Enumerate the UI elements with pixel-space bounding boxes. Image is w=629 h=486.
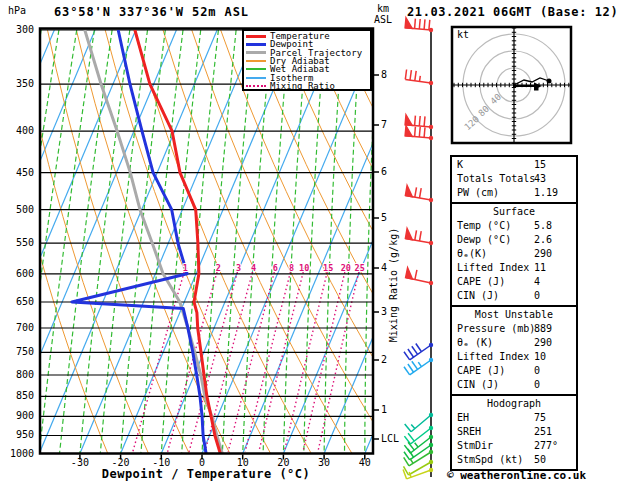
- stats-table-section: SurfaceTemp (°C)5.8Dewp (°C)2.6θₑ(K)290L…: [450, 202, 578, 307]
- stat-value: 5.8: [534, 219, 552, 233]
- stat-label: StmDir: [457, 439, 576, 453]
- pressure-tick-label: 600: [4, 268, 34, 279]
- legend-swatch: [246, 77, 266, 79]
- legend: TemperatureDewpointParcel TrajectoryDry …: [242, 29, 372, 91]
- altitude-tick-label: 4: [381, 262, 411, 273]
- table-row: K15: [452, 158, 576, 172]
- stat-value: 290: [534, 336, 552, 350]
- table-row: Pressure (mb)889: [452, 322, 576, 336]
- stat-value: 15: [534, 158, 546, 172]
- stats-section-title: Surface: [452, 205, 576, 219]
- wind-barb: [405, 18, 433, 32]
- stat-label: Temp (°C): [457, 219, 576, 233]
- stat-label: K: [457, 158, 576, 172]
- stat-label: StmSpd (kt): [457, 453, 576, 467]
- mixing-ratio-value-label: 3: [236, 263, 241, 273]
- table-row: θₑ(K)290: [452, 247, 576, 261]
- mixing-ratio-value-label: 15: [323, 263, 333, 273]
- table-row: StmSpd (kt)50: [452, 453, 576, 467]
- stats-table-section: K15Totals Totals43PW (cm)1.19: [450, 155, 578, 204]
- table-row: EH75: [452, 411, 576, 425]
- legend-item: Mixing Ratio: [244, 82, 370, 90]
- stat-label: EH: [457, 411, 576, 425]
- wind-barb: [405, 229, 433, 246]
- legend-swatch: [246, 35, 266, 38]
- wind-barb: [404, 460, 434, 475]
- x-axis-title: Dewpoint / Temperature (°C): [102, 467, 311, 481]
- stat-value: 277°: [534, 439, 558, 453]
- x-tick-label: 10: [223, 457, 263, 468]
- pressure-tick-label: 550: [4, 237, 34, 248]
- stat-label: θₑ(K): [457, 247, 576, 261]
- altitude-tick-label: 5: [381, 212, 411, 223]
- pressure-tick-label: 650: [4, 296, 34, 307]
- mixing-ratio-value-label: 10: [299, 263, 309, 273]
- stat-value: 10: [534, 350, 546, 364]
- table-row: CIN (J)0: [452, 378, 576, 392]
- stat-value: 0: [534, 364, 540, 378]
- pressure-tick-label: 950: [4, 429, 34, 440]
- stat-value: 290: [534, 247, 552, 261]
- mixing-ratio-value-label: 6: [273, 263, 278, 273]
- stat-value: 0: [534, 378, 540, 392]
- x-tick-label: 30: [304, 457, 344, 468]
- stat-value: 4: [534, 275, 540, 289]
- stat-label: SREH: [457, 425, 576, 439]
- pressure-tick-label: 850: [4, 390, 34, 401]
- hodograph-ring-label: 120: [462, 114, 481, 132]
- legend-swatch: [246, 51, 266, 54]
- x-tick-label: 20: [263, 457, 303, 468]
- pressure-tick-label: 450: [4, 167, 34, 178]
- hodograph-ring-label: 80: [476, 104, 491, 119]
- stat-value: 75: [534, 411, 546, 425]
- legend-swatch: [246, 85, 266, 87]
- table-row: CAPE (J)0: [452, 364, 576, 378]
- altitude-axis-unit-label: km ASL: [374, 3, 392, 25]
- pressure-tick-label: 800: [4, 369, 34, 380]
- pressure-tick-label: 300: [4, 24, 34, 35]
- altitude-tick-label: 2: [381, 354, 411, 365]
- pressure-tick-label: 900: [4, 410, 34, 421]
- stat-label: CAPE (J): [457, 364, 576, 378]
- stats-table-section: HodographEH75SREH251StmDir277°StmSpd (kt…: [450, 394, 578, 471]
- altitude-tick-label: 6: [381, 166, 411, 177]
- stat-label: PW (cm): [457, 186, 576, 200]
- stat-label: Totals Totals: [457, 172, 576, 186]
- skewt-sounding-figure: 123468101520254080120 63°58'N 337°36'W 5…: [0, 0, 629, 486]
- table-row: CIN (J)0: [452, 289, 576, 303]
- pressure-axis-unit-label: hPa: [8, 5, 26, 16]
- mixing-ratio-axis-title: Mixing Ratio (g/kg): [388, 228, 399, 342]
- pressure-tick-label: 1000: [4, 448, 34, 459]
- stat-label: Lifted Index: [457, 261, 576, 275]
- mixing-ratio-value-label: 25: [355, 263, 365, 273]
- legend-swatch: [246, 43, 266, 46]
- stat-value: 251: [534, 425, 552, 439]
- table-row: Lifted Index10: [452, 350, 576, 364]
- mixing-ratio-value-label: 8: [289, 263, 294, 273]
- pressure-tick-label: 500: [4, 204, 34, 215]
- hodograph: 4080120: [452, 27, 571, 143]
- table-row: Dewp (°C)2.6: [452, 233, 576, 247]
- altitude-tick-label: 1: [381, 404, 411, 415]
- altitude-tick-label: 7: [381, 119, 411, 130]
- table-row: Temp (°C)5.8: [452, 219, 576, 233]
- stat-label: Dewp (°C): [457, 233, 576, 247]
- stat-label: CIN (J): [457, 378, 576, 392]
- stat-label: Lifted Index: [457, 350, 576, 364]
- pressure-tick-label: 750: [4, 346, 34, 357]
- altitude-tick-label: 8: [381, 69, 411, 80]
- stat-value: 11: [534, 261, 546, 275]
- legend-item-label: Mixing Ratio: [270, 82, 335, 90]
- pressure-tick-label: 350: [4, 78, 34, 89]
- table-row: Lifted Index11: [452, 261, 576, 275]
- mixing-ratio-value-label: 2: [216, 263, 221, 273]
- pressure-tick-label: 700: [4, 322, 34, 333]
- mixing-ratio-value-label: 4: [251, 263, 256, 273]
- table-row: StmDir277°: [452, 439, 576, 453]
- altitude-tick-label: 3: [381, 306, 411, 317]
- stats-section-title: Most Unstable: [452, 308, 576, 322]
- x-tick-label: -20: [101, 457, 141, 468]
- stats-table-section: Most UnstablePressure (mb)889θₑ (K)290Li…: [450, 305, 578, 396]
- legend-swatch: [246, 60, 266, 62]
- table-row: Totals Totals43: [452, 172, 576, 186]
